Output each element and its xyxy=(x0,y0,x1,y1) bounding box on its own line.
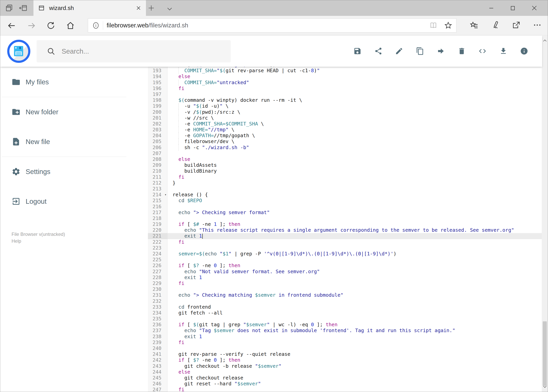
code-line[interactable]: 246 git reset --hard "$semver" xyxy=(148,381,542,387)
code-line[interactable]: 202 -e COMMIT_SHA=$COMMIT_SHA \ xyxy=(148,121,542,127)
code-line[interactable]: 220 echo "This release script requires a… xyxy=(148,227,542,233)
code-line[interactable]: 234 git fetch --all xyxy=(148,310,542,316)
code-line[interactable]: 237 echo "Tag $semver does not exist in … xyxy=(148,328,542,334)
code-line[interactable]: 238 exit 1 xyxy=(148,334,542,340)
edit-button[interactable] xyxy=(393,45,405,57)
sidebar-item-settings[interactable]: Settings xyxy=(0,157,146,187)
code-line[interactable]: 231 echo "> Checking matching $semver in… xyxy=(148,292,542,298)
scroll-up-icon[interactable] xyxy=(542,37,548,45)
code-line[interactable]: 229 fi xyxy=(148,280,542,286)
reading-view-icon[interactable] xyxy=(429,21,437,29)
add-favorite-star-icon[interactable] xyxy=(444,21,452,29)
scroll-down-icon[interactable] xyxy=(542,383,548,391)
close-window-button[interactable] xyxy=(525,0,544,16)
code-line[interactable]: 206 sh -c "./wizard.sh -b" xyxy=(148,145,542,150)
code-line[interactable]: 245 git checkout release xyxy=(148,375,542,381)
favorites-hub-icon[interactable] xyxy=(470,21,479,29)
new-tab-icon[interactable] xyxy=(147,4,155,12)
refresh-button[interactable] xyxy=(46,21,55,30)
code-line[interactable]: 212} xyxy=(148,180,542,186)
delete-button[interactable] xyxy=(456,45,468,57)
code-line[interactable]: 225 xyxy=(148,257,542,263)
tab-list-chevron-icon[interactable] xyxy=(166,5,173,12)
sidebar-item-new-file[interactable]: New file xyxy=(0,127,146,157)
sidebar-item-new-folder[interactable]: New folder xyxy=(0,97,146,127)
code-line[interactable]: 195 COMMIT_SHA="untracked" xyxy=(148,80,542,85)
back-button[interactable] xyxy=(7,21,16,30)
code-line[interactable]: 193 COMMIT_SHA="$(git rev-parse HEAD | c… xyxy=(148,68,542,74)
code-line[interactable]: 240 xyxy=(148,345,542,351)
code-line[interactable]: 205 filebrowser/dev \ xyxy=(148,139,542,144)
code-editor[interactable]: 192 if [ "$(command -v git)" != "" ]; th… xyxy=(148,67,542,392)
code-line[interactable]: 197 xyxy=(148,91,542,97)
code-line[interactable]: 232 xyxy=(148,298,542,304)
code-line[interactable]: 200 -v /$(pwd):/src:z \ xyxy=(148,109,542,115)
minimize-button[interactable] xyxy=(481,0,501,16)
forward-button[interactable] xyxy=(27,21,36,30)
code-view-button[interactable] xyxy=(477,45,488,57)
page-scrollbar[interactable] xyxy=(542,36,548,392)
code-line[interactable]: 196 fi xyxy=(148,85,542,91)
code-line[interactable]: 199 -u "$(id -u)" \ xyxy=(148,103,542,109)
code-line[interactable]: 233 cd frontend xyxy=(148,304,542,310)
code-line[interactable]: 217 echo "> Checking semver format" xyxy=(148,210,542,216)
sidebar-item-logout[interactable]: Logout xyxy=(0,187,146,216)
code-line[interactable]: 223 xyxy=(148,245,542,251)
set-aside-tabs-icon[interactable] xyxy=(5,4,14,12)
save-button[interactable] xyxy=(352,45,363,57)
address-bar[interactable]: filebrowser.web/files/wizard.sh xyxy=(88,18,457,33)
code-line[interactable]: 239 fi xyxy=(148,340,542,345)
code-line[interactable]: 244 else xyxy=(148,369,542,375)
info-button[interactable] xyxy=(518,45,530,57)
code-line[interactable]: 230 xyxy=(148,286,542,292)
code-line[interactable]: 213 xyxy=(148,186,542,192)
code-line[interactable]: 209 buildAssets xyxy=(148,162,542,168)
fold-arrow-icon[interactable]: ▾ xyxy=(165,192,166,198)
scrollbar-thumb[interactable] xyxy=(543,321,547,386)
share-button[interactable] xyxy=(373,45,384,57)
help-link[interactable]: Help xyxy=(12,238,146,245)
code-line[interactable]: 243 git checkout -b release "$semver" xyxy=(148,363,542,369)
code-line[interactable]: 228 exit 1 xyxy=(148,275,542,280)
site-info-icon[interactable] xyxy=(92,21,100,29)
url-text[interactable]: filebrowser.web/files/wizard.sh xyxy=(107,22,188,29)
browser-tab[interactable]: wizard.sh xyxy=(34,0,146,16)
code-line[interactable]: 207 xyxy=(148,150,542,156)
code-line[interactable]: 203 -e HOME="//tmp" \ xyxy=(148,127,542,133)
code-line[interactable]: 210 buildBinary xyxy=(148,168,542,174)
share-page-icon[interactable] xyxy=(512,21,521,29)
code-line[interactable]: 224 semver=$(echo "$1" | grep -P '^v(0|[… xyxy=(148,251,542,257)
restore-tabs-icon[interactable] xyxy=(19,4,28,12)
code-line[interactable]: 222 fi xyxy=(148,239,542,245)
code-line[interactable]: 219 if [ $# -ne 1 ]; then xyxy=(148,221,542,227)
code-line[interactable]: 226 if [ $? -ne 0 ]; then xyxy=(148,263,542,268)
annotate-pen-icon[interactable] xyxy=(491,21,500,29)
code-line[interactable]: 235 xyxy=(148,316,542,322)
code-line[interactable]: 221 exit 1 xyxy=(148,233,542,239)
code-line[interactable]: 227 echo "Not valid semver format. See s… xyxy=(148,269,542,275)
code-line[interactable]: 211 fi xyxy=(148,174,542,180)
home-button[interactable] xyxy=(66,21,75,30)
code-line[interactable]: 241 git rev-parse --verify --quiet relea… xyxy=(148,351,542,357)
code-line[interactable]: 215 cd $REPO xyxy=(148,198,542,203)
code-line[interactable]: 218 xyxy=(148,216,542,221)
code-line[interactable]: 208 else xyxy=(148,156,542,162)
code-line[interactable]: 214▾release () { xyxy=(148,192,542,198)
code-line[interactable]: 247 fi xyxy=(148,387,542,392)
code-line[interactable]: 201 -w //src \ xyxy=(148,115,542,121)
maximize-button[interactable] xyxy=(503,0,523,16)
tab-close-icon[interactable] xyxy=(136,5,141,11)
sidebar-item-my-files[interactable]: My files xyxy=(0,67,146,97)
move-button[interactable] xyxy=(435,45,447,57)
search-box[interactable] xyxy=(37,40,231,63)
code-line[interactable]: 236 if [ $(git tag | grep "$semver" | wc… xyxy=(148,322,542,328)
code-line[interactable]: 194 else xyxy=(148,74,542,79)
more-options-icon[interactable] xyxy=(533,21,542,29)
code-line[interactable]: 242 if [ $? -ne 0 ]; then xyxy=(148,357,542,363)
search-input[interactable] xyxy=(61,47,231,55)
download-button[interactable] xyxy=(498,45,509,57)
code-line[interactable]: 198 $(command -v winpty) docker run --rm… xyxy=(148,97,542,103)
code-line[interactable]: 204 -e GOPATH=//tmp/gopath \ xyxy=(148,133,542,139)
code-line[interactable]: 216 xyxy=(148,204,542,210)
copy-button[interactable] xyxy=(414,45,426,57)
